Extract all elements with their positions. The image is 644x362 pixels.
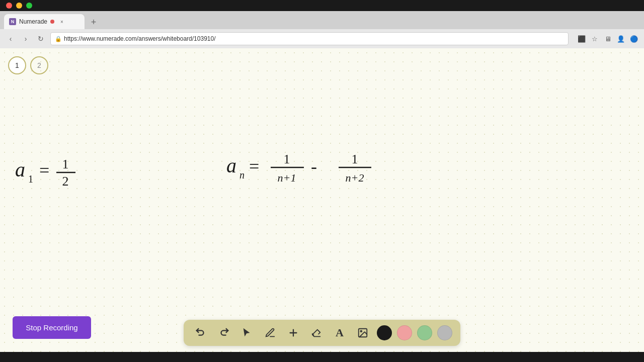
traffic-light-yellow[interactable] (16, 3, 22, 9)
svg-text:a: a (15, 158, 25, 181)
redo-button[interactable] (215, 324, 233, 342)
svg-text:n+1: n+1 (278, 171, 296, 184)
page-tabs: 1 2 (8, 56, 48, 74)
lock-icon: 🔒 (55, 36, 62, 42)
browser-toolbar-right: ⬛ ☆ 🖥 👤 🔵 (577, 34, 639, 44)
forward-button[interactable]: › (20, 33, 31, 44)
svg-text:n: n (239, 169, 245, 180)
color-green-swatch[interactable] (417, 325, 432, 340)
eraser-tool-button[interactable] (307, 324, 326, 342)
undo-button[interactable] (192, 324, 210, 342)
tab-title: Numerade (19, 18, 47, 25)
svg-text:=: = (249, 156, 259, 176)
page-tab-1[interactable]: 1 (8, 56, 26, 74)
profile-icon[interactable]: 👤 (616, 34, 626, 44)
svg-text:=: = (39, 160, 49, 180)
traffic-light-green[interactable] (26, 3, 32, 9)
color-gray-swatch[interactable] (437, 325, 452, 340)
svg-text:a: a (226, 154, 236, 177)
svg-text:1: 1 (284, 152, 290, 166)
svg-text:-: - (311, 156, 317, 176)
svg-text:1: 1 (62, 157, 69, 171)
whiteboard[interactable]: 1 2 a 1 = 1 2 a n = 1 n+ (0, 48, 644, 352)
svg-text:2: 2 (62, 174, 69, 189)
cast-icon[interactable]: ⬛ (577, 34, 587, 44)
svg-text:1: 1 (352, 152, 358, 166)
formula-an: a n = 1 n+1 - 1 n+2 (221, 141, 403, 207)
browser-chrome: N Numerade × + ‹ › ↻ 🔒 https://www.numer… (0, 11, 644, 48)
back-button[interactable]: ‹ (5, 33, 16, 44)
page-tab-2[interactable]: 2 (30, 56, 48, 74)
text-tool-button[interactable]: A (331, 324, 349, 342)
stop-recording-button[interactable]: Stop Recording (13, 316, 91, 339)
select-tool-button[interactable] (238, 324, 256, 342)
os-bar (0, 0, 644, 11)
add-button[interactable] (284, 324, 302, 342)
tab-bar: N Numerade × + (0, 11, 644, 29)
address-bar: ‹ › ↻ 🔒 https://www.numerade.com/answers… (0, 29, 644, 48)
svg-text:n+2: n+2 (346, 171, 364, 184)
tab-favicon: N (9, 18, 16, 25)
color-pink-swatch[interactable] (397, 325, 412, 340)
traffic-light-red[interactable] (6, 3, 12, 9)
svg-point-19 (360, 330, 362, 332)
tab-recording-dot (50, 20, 54, 24)
formula-a1: a 1 = 1 2 (10, 146, 111, 207)
refresh-button[interactable]: ↻ (35, 33, 46, 44)
new-tab-button[interactable]: + (87, 15, 101, 29)
svg-text:1: 1 (28, 173, 33, 185)
extension-icon[interactable]: 🔵 (629, 34, 639, 44)
url-bar[interactable]: 🔒 https://www.numerade.com/answers/white… (50, 32, 569, 45)
tab-close-button[interactable]: × (58, 18, 65, 25)
pen-tool-button[interactable] (261, 324, 279, 342)
image-tool-button[interactable] (354, 324, 372, 342)
browser-tab-numerade[interactable]: N Numerade × (4, 14, 85, 29)
color-black-swatch[interactable] (377, 325, 392, 340)
bottom-toolbar: A (184, 320, 460, 346)
bookmark-icon[interactable]: ☆ (590, 34, 600, 44)
math-content: a 1 = 1 2 a n = 1 n+1 - 1 n+2 (0, 48, 644, 352)
url-text: https://www.numerade.com/answers/whitebo… (64, 35, 216, 42)
screen-icon[interactable]: 🖥 (603, 34, 613, 44)
